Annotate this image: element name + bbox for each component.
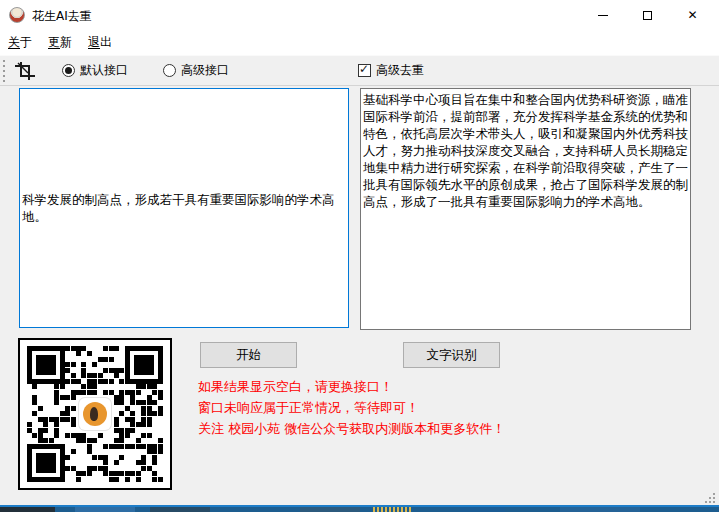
radio-default-label: 默认接口	[80, 62, 128, 79]
app-window: 花生AI去重 ✕ 关于 更新 退出 默认接口	[0, 0, 719, 512]
maximize-button[interactable]	[625, 0, 670, 30]
close-button[interactable]: ✕	[670, 0, 715, 30]
qr-finder-icon	[125, 346, 163, 384]
maximize-icon	[643, 11, 652, 20]
radio-default-icon	[62, 64, 75, 77]
window-title: 花生AI去重	[32, 8, 92, 25]
qr-finder-icon	[27, 346, 65, 384]
minimize-icon	[598, 15, 608, 16]
menu-item-update[interactable]: 更新	[48, 34, 72, 51]
source-text: 科学发展的制高点，形成若干具有重要国际影响的学术高地。	[22, 191, 346, 225]
qr-center-logo	[79, 398, 111, 430]
checkbox-advanced-dedup[interactable]: 高级去重	[358, 56, 424, 85]
resize-grip-icon[interactable]	[702, 490, 715, 503]
toolbar: 默认接口 高级接口 高级去重	[0, 55, 719, 86]
menu-item-about[interactable]: 关于	[8, 34, 32, 51]
notice-line: 关注 校园小苑 微信公众号获取内测版本和更多软件！	[198, 418, 505, 439]
radio-advanced-label: 高级接口	[181, 62, 229, 79]
qr-code	[18, 338, 172, 490]
start-button[interactable]: 开始	[200, 342, 297, 368]
notice-line: 窗口未响应属于正常情况，等待即可！	[198, 397, 505, 418]
crop-button[interactable]	[12, 58, 38, 84]
toolbar-gripper	[3, 60, 5, 83]
result-textarea[interactable]: 基础科学中心项目旨在集中和整合国内优势科研资源，瞄准国际科学前沿，提前部署，充分…	[360, 88, 691, 330]
source-textarea[interactable]: 科学发展的制高点，形成若干具有重要国际影响的学术高地。	[19, 88, 349, 328]
checkbox-label: 高级去重	[376, 62, 424, 79]
result-text: 基础科学中心项目旨在集中和整合国内优势科研资源，瞄准国际科学前沿，提前部署，充分…	[363, 92, 688, 209]
radio-default-api[interactable]: 默认接口	[62, 56, 128, 85]
ocr-button[interactable]: 文字识别	[403, 342, 500, 368]
menu-item-exit[interactable]: 退出	[88, 34, 112, 51]
checkbox-icon	[358, 64, 371, 77]
qr-modules	[27, 346, 163, 482]
close-icon: ✕	[687, 9, 697, 21]
minimize-button[interactable]	[580, 0, 625, 30]
radio-advanced-api[interactable]: 高级接口	[163, 56, 229, 85]
taskbar-strip	[0, 505, 719, 512]
menu-bar: 关于 更新 退出	[0, 30, 719, 55]
notice-line: 如果结果显示空白，请更换接口！	[198, 376, 505, 397]
radio-advanced-icon	[163, 64, 176, 77]
title-bar: 花生AI去重 ✕	[0, 0, 719, 30]
crop-icon	[15, 61, 35, 81]
notice-block: 如果结果显示空白，请更换接口！ 窗口未响应属于正常情况，等待即可！ 关注 校园小…	[198, 376, 505, 439]
qr-logo-icon	[83, 402, 107, 426]
qr-finder-icon	[27, 444, 65, 482]
app-icon	[9, 7, 25, 23]
